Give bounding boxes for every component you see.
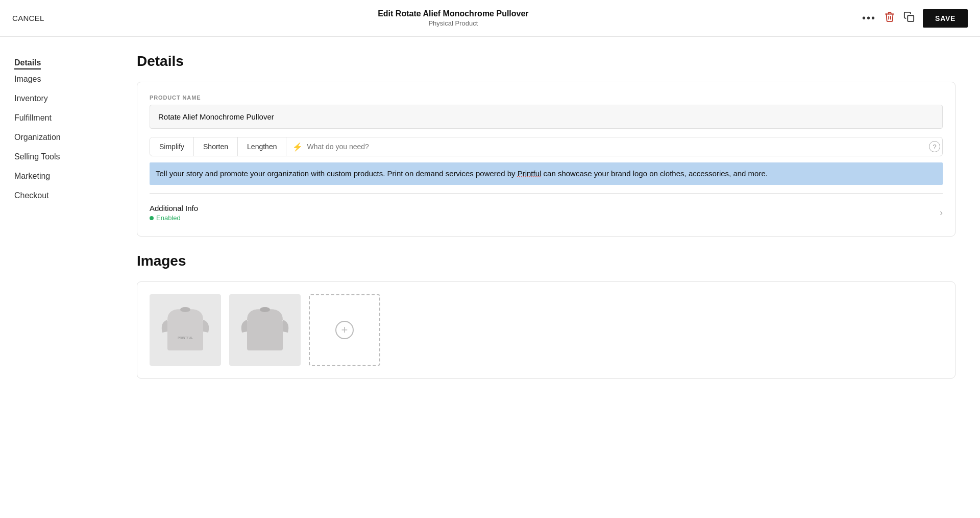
shorten-button[interactable]: Shorten <box>194 137 238 156</box>
layout: Details Images Inventory Fulfillment Org… <box>0 0 980 518</box>
svg-point-2 <box>180 307 190 312</box>
sidebar-item-images[interactable]: Images <box>14 69 112 89</box>
additional-info-content: Additional Info Enabled <box>150 204 198 222</box>
product-name-input[interactable] <box>150 105 943 129</box>
sidebar: Details Images Inventory Fulfillment Org… <box>0 37 112 518</box>
svg-text:PRINTFUL: PRINTFUL <box>178 336 193 339</box>
save-button[interactable]: SAVE <box>923 9 968 28</box>
chevron-right-icon[interactable]: › <box>940 207 943 218</box>
printful-link: Printful <box>518 169 542 178</box>
sidebar-item-organization[interactable]: Organization <box>14 128 112 147</box>
topbar-actions: ••• SAVE <box>862 9 968 28</box>
bolt-icon: ⚡ <box>292 142 303 152</box>
details-section-title: Details <box>137 53 955 69</box>
svg-rect-1 <box>167 320 203 350</box>
ai-input-wrap: ⚡ <box>286 142 929 152</box>
images-row: PRINTFUL + <box>150 294 943 366</box>
delete-icon[interactable] <box>884 11 895 25</box>
sidebar-item-checkout[interactable]: Checkout <box>14 186 112 205</box>
topbar-center: Edit Rotate Alief Monochrome Pullover Ph… <box>378 9 528 27</box>
topbar-title: Edit Rotate Alief Monochrome Pullover <box>378 9 528 18</box>
more-options-icon[interactable]: ••• <box>862 12 876 24</box>
sidebar-item-inventory[interactable]: Inventory <box>14 89 112 108</box>
add-image-placeholder[interactable]: + <box>309 294 380 366</box>
product-name-label: PRODUCT NAME <box>150 95 943 101</box>
simplify-button[interactable]: Simplify <box>150 137 194 156</box>
ai-toolbar: Simplify Shorten Lengthen ⚡ ? <box>150 137 943 156</box>
additional-info-status-text: Enabled <box>156 214 181 222</box>
enabled-dot-icon <box>150 216 154 220</box>
svg-rect-4 <box>247 320 283 350</box>
cancel-button[interactable]: CANCEL <box>12 14 44 22</box>
sidebar-item-details[interactable]: Details <box>14 53 41 69</box>
lengthen-button[interactable]: Lengthen <box>238 137 286 156</box>
topbar: CANCEL Edit Rotate Alief Monochrome Pull… <box>0 0 980 37</box>
topbar-subtitle: Physical Product <box>378 19 528 27</box>
main-content: Details PRODUCT NAME Simplify Shorten Le… <box>112 37 980 518</box>
additional-info-row[interactable]: Additional Info Enabled › <box>150 202 943 224</box>
svg-point-5 <box>260 307 270 312</box>
duplicate-icon[interactable] <box>903 11 915 25</box>
image-thumb-2[interactable] <box>229 294 301 366</box>
additional-info-label: Additional Info <box>150 204 198 213</box>
image-thumb-1[interactable]: PRINTFUL <box>150 294 221 366</box>
svg-rect-0 <box>908 15 914 21</box>
help-icon[interactable]: ? <box>929 141 940 152</box>
divider <box>150 193 943 194</box>
images-section-title: Images <box>137 253 955 269</box>
sidebar-item-marketing[interactable]: Marketing <box>14 167 112 186</box>
sidebar-item-selling-tools[interactable]: Selling Tools <box>14 147 112 167</box>
add-image-button[interactable]: + <box>335 321 354 339</box>
additional-info-status: Enabled <box>150 214 198 222</box>
images-card: PRINTFUL + <box>137 281 955 379</box>
description-selected-text: Tell your story and promote your organiz… <box>150 162 943 185</box>
sidebar-item-fulfillment[interactable]: Fulfillment <box>14 108 112 128</box>
details-card: PRODUCT NAME Simplify Shorten Lengthen ⚡… <box>137 82 955 237</box>
ai-input[interactable] <box>307 143 923 151</box>
